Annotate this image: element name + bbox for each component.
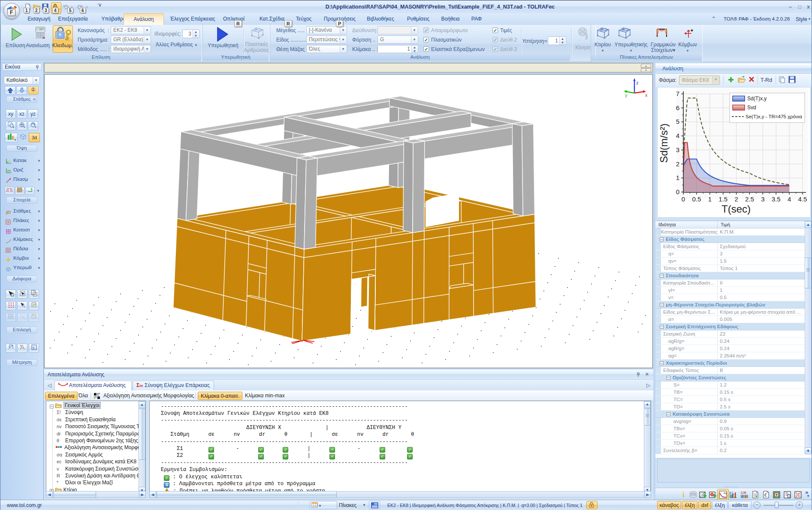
svg-text:1: 1 (676, 174, 679, 181)
svg-text:Sd(m/s²): Sd(m/s²) (658, 123, 670, 163)
svg-text:0: 0 (682, 195, 685, 203)
svg-text:Rd: Rd (724, 492, 727, 495)
svg-text:Sd(T)x,y: Sd(T)x,y (747, 96, 767, 102)
svg-text:1.5: 1.5 (718, 195, 727, 203)
svg-text:123: 123 (39, 28, 43, 30)
svg-text:x: x (645, 93, 648, 98)
svg-text:i: i (682, 491, 685, 498)
svg-text:y: y (625, 93, 628, 98)
svg-text:1: 1 (708, 195, 712, 203)
svg-text:3: 3 (761, 195, 764, 203)
svg-text:€: € (764, 493, 767, 498)
svg-text:Se(T)x,y - TR=475 χρόνια: Se(T)x,y - TR=475 χρόνια (746, 114, 802, 119)
svg-text:d: d (9, 345, 10, 348)
svg-text:5: 5 (676, 118, 679, 125)
svg-text:0.5: 0.5 (692, 195, 701, 203)
svg-text:2.5: 2.5 (745, 195, 754, 203)
svg-text:z: z (636, 80, 639, 85)
svg-text:4.5: 4.5 (798, 195, 807, 203)
svg-text:4: 4 (676, 132, 679, 139)
svg-text:0: 0 (676, 188, 679, 195)
svg-text:3: 3 (676, 146, 679, 153)
svg-text:Svd: Svd (747, 105, 756, 111)
svg-text:7: 7 (676, 90, 679, 97)
svg-text:3.5: 3.5 (772, 195, 781, 203)
svg-text:6: 6 (676, 104, 679, 111)
svg-text:2: 2 (676, 160, 679, 168)
svg-text:E: E (33, 346, 35, 350)
svg-text:4: 4 (788, 195, 791, 203)
svg-text:T(sec): T(sec) (721, 203, 751, 215)
svg-text:2: 2 (734, 195, 738, 203)
svg-text:CR: CR (741, 491, 746, 495)
